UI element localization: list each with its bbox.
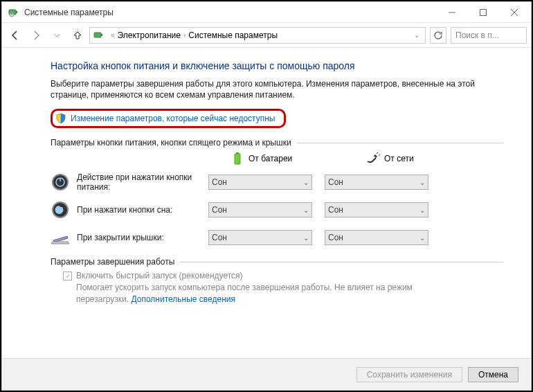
up-button[interactable]: [69, 26, 87, 44]
chevron-down-icon[interactable]: ⌄: [414, 31, 419, 39]
forward-button[interactable]: [27, 26, 45, 44]
change-unavailable-settings-link[interactable]: Изменение параметров, которые сейчас нед…: [71, 114, 275, 123]
breadcrumb-item[interactable]: Электропитание: [118, 30, 181, 40]
lid-ac-select[interactable]: Сон⌄: [325, 230, 428, 245]
row-sleep-button: При нажатии кнопки сна: Сон⌄ Сон⌄: [51, 197, 503, 222]
battery-icon: [231, 152, 244, 166]
cancel-button[interactable]: Отмена: [468, 367, 518, 382]
power-button-icon: [51, 172, 70, 192]
highlight-box: Изменение параметров, которые сейчас нед…: [51, 109, 286, 128]
chevron-down-icon: ⌄: [419, 179, 425, 186]
more-info-link[interactable]: Дополнительные сведения: [131, 294, 235, 304]
lid-battery-select[interactable]: Сон⌄: [208, 230, 312, 245]
row-label: При нажатии кнопки сна:: [77, 205, 208, 215]
chevron-down-icon: ⌄: [303, 179, 309, 186]
uac-shield-icon: [55, 113, 66, 124]
save-button: Сохранить изменения: [356, 367, 462, 382]
laptop-lid-icon: [51, 228, 70, 247]
chevron-down-icon: ⌄: [303, 206, 309, 214]
chevron-down-icon: ⌄: [419, 234, 425, 242]
intro-text: Выберите параметры завершения работы для…: [51, 78, 480, 100]
fast-startup-desc: Помогает ускорить запуск компьютера посл…: [76, 282, 464, 304]
breadcrumb-item[interactable]: Системные параметры: [188, 30, 278, 40]
fast-startup-checkbox: ✓: [63, 271, 72, 280]
power-options-icon: [8, 7, 19, 18]
power-button-ac-select[interactable]: Сон⌄: [325, 175, 428, 190]
close-button[interactable]: [498, 2, 530, 22]
sleep-button-battery-select[interactable]: Сон⌄: [208, 202, 312, 217]
chevron-right-icon: ›: [183, 31, 186, 39]
plug-icon: [366, 152, 380, 166]
power-button-battery-select[interactable]: Сон⌄: [208, 175, 312, 190]
page-title: Настройка кнопок питания и включение защ…: [51, 60, 503, 71]
svg-rect-7: [236, 152, 239, 154]
sleep-button-icon: [51, 200, 70, 220]
chevron-down-icon: ⌄: [303, 234, 309, 242]
titlebar: Системные параметры: [2, 2, 531, 23]
navbar: « Электропитание › Системные параметры ⌄…: [2, 23, 531, 48]
svg-rect-5: [101, 34, 102, 36]
refresh-button[interactable]: [430, 27, 446, 44]
svg-rect-6: [235, 154, 240, 164]
row-lid-close: При закрытии крышки: Сон⌄ Сон⌄: [51, 225, 503, 250]
power-options-icon: [93, 30, 104, 41]
section-header: Параметры завершения работы: [51, 257, 503, 267]
sleep-button-ac-select[interactable]: Сон⌄: [325, 202, 428, 217]
window-title: Системные параметры: [24, 8, 436, 17]
chevron-right-icon: «: [111, 31, 115, 39]
breadcrumb[interactable]: « Электропитание › Системные параметры ⌄: [89, 27, 426, 44]
back-button[interactable]: [6, 26, 24, 44]
svg-rect-4: [94, 33, 101, 37]
row-label: При закрытии крышки:: [77, 233, 208, 242]
fast-startup-label: Включить быстрый запуск (рекомендуется): [76, 271, 243, 280]
chevron-down-icon: ⌄: [419, 206, 425, 214]
footer: Сохранить изменения Отмена: [2, 358, 531, 390]
minimize-button[interactable]: [436, 2, 467, 22]
row-label: Действие при нажатии кнопки питания:: [77, 172, 208, 193]
row-power-button: Действие при нажатии кнопки питания: Сон…: [51, 170, 503, 195]
svg-rect-3: [480, 9, 486, 15]
column-header-ac: От сети: [366, 152, 470, 166]
maximize-button[interactable]: [467, 2, 498, 22]
svg-point-9: [53, 175, 67, 189]
section-header: Параметры кнопки питания, кнопки спящего…: [51, 138, 503, 148]
search-input[interactable]: Поиск в п...: [451, 27, 527, 44]
recent-dropdown[interactable]: [48, 26, 66, 44]
column-header-battery: От батареи: [231, 152, 334, 166]
svg-rect-1: [16, 11, 17, 13]
